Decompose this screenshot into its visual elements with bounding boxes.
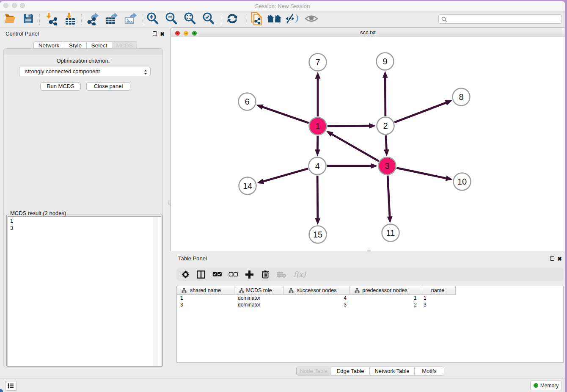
status-bar: Memory [0,378,565,392]
tab-edge-table[interactable]: Edge Table [331,367,370,375]
table-row-1[interactable]: 1dominator411 [177,295,563,301]
column-header-name[interactable]: name [420,286,456,295]
zoom-in-icon[interactable] [146,12,160,25]
open-file-icon[interactable] [3,12,17,25]
deselect-all-icon[interactable] [227,268,239,281]
graph-arrowhead-3-10 [446,176,453,181]
column-label: successor nodes [297,287,337,293]
export-image-icon[interactable] [123,12,138,25]
graph-edge-1-2[interactable] [328,126,370,126]
search-input[interactable] [448,15,560,23]
table-float-icon[interactable] [550,256,554,261]
save-session-icon[interactable] [21,12,36,25]
import-table-from-file-icon[interactable] [63,12,77,25]
icon-glyph [123,12,138,25]
select-all-icon[interactable] [211,268,223,281]
hide-selected-icon[interactable] [285,12,300,25]
network-window-titlebar[interactable]: scc.txt [171,28,565,37]
result-scrollbar[interactable] [154,217,157,366]
split-panel-icon[interactable] [195,268,207,281]
graph-edge-3-1[interactable] [331,134,379,161]
export-table-icon[interactable] [105,12,119,25]
horizontal-splitter-handle[interactable] [367,250,371,251]
window-title: Session: New Session [0,1,565,11]
toolbar-separator [39,14,40,25]
window-titlebar: Session: New Session [0,1,565,11]
graph-node-label-3: 3 [385,161,389,171]
icon-glyph [228,272,238,277]
icon-glyph [183,12,197,25]
graph-edge-2-3[interactable] [386,135,387,151]
first-neighbors-icon[interactable] [267,12,281,25]
graph-arrowhead-3-11 [387,216,393,223]
zoom-fit-icon[interactable] [183,12,197,25]
apply-layout-icon[interactable] [225,12,239,25]
criterion-dropdown[interactable]: strongly connected component [19,67,151,76]
cell-shared_name: 3 [177,301,231,308]
column-header-shared-name[interactable]: shared name [177,286,234,295]
task-list-icon [8,383,14,389]
graph-arrowhead-4-15 [315,218,320,225]
export-network-icon[interactable] [86,12,100,25]
manage-networks-icon[interactable] [249,12,264,25]
column-header-predecessor-nodes[interactable]: predecessor nodes [350,286,420,295]
icon-glyph [44,12,58,25]
run-mcds-button[interactable]: Run MCDS [40,82,81,91]
import-network-from-file-icon[interactable] [44,12,58,25]
graph-arrowhead-4-3 [371,163,377,169]
close-panel-icon[interactable]: ✖ [160,32,165,36]
table-row-2[interactable]: 3dominator323 [177,301,563,308]
search-icon [441,17,447,22]
cell-name: 1 [421,295,452,301]
control-panel: Control Panel ✖ Network Style Select MCD… [0,28,167,378]
network-window: scc.txt 1234678910111415 [171,28,565,251]
icon-glyph [289,288,294,293]
add-column-icon[interactable] [243,268,256,281]
graph-edge-3-10[interactable] [396,168,447,179]
tab-network-table[interactable]: Network Table [370,367,415,375]
graph-edge-2-9[interactable] [385,77,385,116]
mcds-result-group: MCDS result (2 nodes) 1 3 [6,210,162,368]
delete-column-icon[interactable] [259,268,272,281]
application-window: Session: New Session [0,1,565,392]
icon-glyph [23,13,34,24]
mcds-panel: Optimization criterion: strongly connect… [3,48,163,367]
mcds-result-title: MCDS result (2 nodes) [9,210,67,216]
graph-edge-3-11[interactable] [388,176,390,218]
graph-arrowhead-2-9 [383,71,388,78]
cell-successor_nodes: 4 [284,295,347,301]
column-label: predecessor nodes [362,287,407,293]
cell-name: 3 [421,301,452,308]
table-close-icon[interactable]: ✖ [557,257,562,261]
graph-edge-1-6[interactable] [262,107,309,123]
graph-edge-4-14[interactable] [262,168,308,182]
icon-glyph [285,13,300,25]
toolbar-separator [143,14,143,25]
graph-arrowhead-4-14 [257,179,264,184]
cell-mcds_role: dominator [235,295,281,301]
column-header-MCDS-role[interactable]: MCDS role [234,286,284,295]
column-settings-icon[interactable] [179,268,192,281]
icon-glyph [267,13,281,24]
task-history-button[interactable] [5,381,17,391]
float-panel-icon[interactable] [153,31,157,36]
column-label: name [431,287,444,293]
show-all-icon[interactable] [304,12,319,25]
memory-button[interactable]: Memory [530,381,562,390]
graph-node-label-10: 10 [457,177,467,186]
search-box[interactable] [438,14,562,24]
network-canvas[interactable]: 1234678910111415 [171,38,565,251]
column-label: MCDS role [246,287,272,293]
toolbar-separator [221,14,221,25]
zoom-selected-icon[interactable] [201,12,216,25]
tab-node-table[interactable]: Node Table [297,367,331,375]
mcds-result-textarea[interactable]: 1 3 [8,216,161,366]
close-panel-button[interactable]: Close panel [86,82,130,91]
column-header-successor-nodes[interactable]: successor nodes [284,286,350,295]
icon-glyph [63,12,77,25]
tab-motifs[interactable]: Motifs [415,367,444,375]
zoom-out-icon[interactable] [164,12,179,25]
graph-edge-4-15[interactable] [317,176,318,219]
graph-edge-2-8[interactable] [394,102,446,122]
graph-arrowhead-2-8 [445,100,452,105]
